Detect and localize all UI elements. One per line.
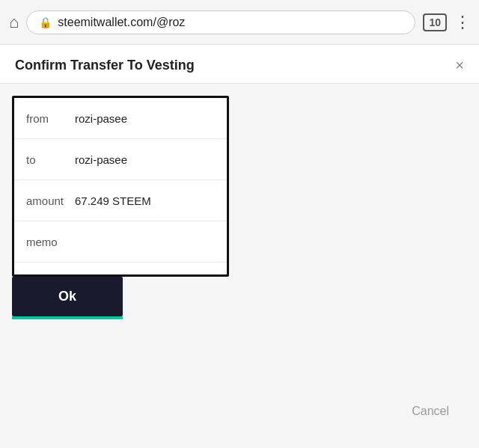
amount-label: amount — [26, 194, 75, 207]
amount-value: 67.249 STEEM — [75, 194, 215, 207]
transfer-form-card: from rozi-pasee to rozi-pasee amount 67.… — [12, 96, 229, 277]
lock-icon: 🔒 — [39, 16, 52, 28]
dialog-area: Confirm Transfer To Vesting × from rozi-… — [0, 45, 479, 448]
amount-row: amount 67.249 STEEM — [14, 180, 227, 221]
cancel-button[interactable]: Cancel — [397, 397, 464, 426]
dialog-header: Confirm Transfer To Vesting × — [0, 45, 479, 84]
home-icon[interactable]: ⌂ — [9, 13, 19, 32]
browser-menu-icon[interactable]: ⋮ — [454, 13, 470, 32]
dialog-title: Confirm Transfer To Vesting — [15, 58, 195, 73]
ok-button[interactable]: Ok — [12, 277, 123, 316]
from-value: rozi-pasee — [75, 112, 215, 125]
from-row: from rozi-pasee — [14, 98, 227, 139]
browser-toolbar: ⌂ 🔒 steemitwallet.com/@roz 10 ⋮ — [0, 0, 479, 45]
url-text: steemitwallet.com/@roz — [58, 16, 185, 29]
to-row: to rozi-pasee — [14, 139, 227, 180]
to-value: rozi-pasee — [75, 153, 215, 166]
memo-label: memo — [26, 236, 75, 248]
from-label: from — [26, 112, 75, 125]
memo-row: memo — [14, 221, 227, 263]
close-icon[interactable]: × — [455, 57, 464, 74]
address-bar[interactable]: 🔒 steemitwallet.com/@roz — [26, 10, 415, 34]
to-label: to — [26, 153, 75, 166]
tab-count[interactable]: 10 — [423, 13, 447, 31]
dialog-content: from rozi-pasee to rozi-pasee amount 67.… — [0, 84, 479, 448]
